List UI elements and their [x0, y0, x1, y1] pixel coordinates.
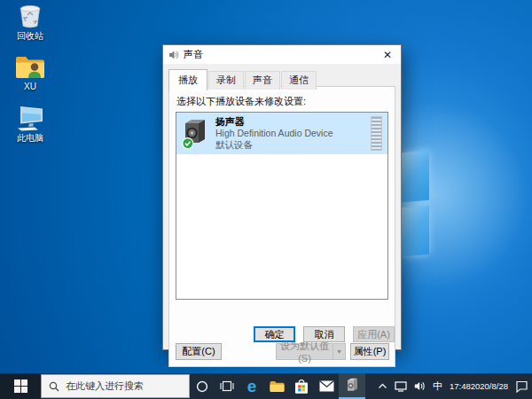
volume-level-meter: [371, 116, 382, 151]
this-pc-icon: [14, 105, 46, 131]
mail-icon: [319, 380, 334, 392]
desktop-icon-user-folder[interactable]: XU: [4, 55, 57, 91]
tab-recording[interactable]: 录制: [208, 71, 244, 90]
set-default-button[interactable]: 设为默认值(S): [276, 343, 332, 360]
clock[interactable]: 17:48 2020/8/28: [446, 373, 512, 399]
network-tray-button[interactable]: [391, 373, 411, 399]
edge-icon: e: [247, 378, 257, 395]
action-center-button[interactable]: [512, 373, 532, 399]
network-icon: [395, 381, 407, 392]
notification-icon: [515, 380, 528, 393]
dialog-buttons-row: 确定 取消 应用(A): [163, 326, 395, 342]
set-default-dropdown-icon[interactable]: ▼: [332, 343, 346, 360]
device-actions-row: 配置(C) 设为默认值(S) ▼ 属性(P): [176, 343, 389, 360]
instruction-text: 选择以下播放设备来修改设置:: [169, 87, 395, 113]
task-view-button[interactable]: [215, 373, 239, 399]
recycle-bin-icon: [17, 4, 43, 29]
file-explorer-icon: [270, 380, 285, 393]
device-description: High Definition Audio Device: [215, 128, 371, 139]
cancel-button[interactable]: 取消: [303, 326, 345, 342]
search-icon: [49, 381, 59, 392]
chevron-up-icon: [378, 383, 387, 389]
dialog-titlebar[interactable]: 声音 ✕: [163, 45, 401, 64]
task-view-icon: [220, 380, 234, 392]
desktop-icon-label: 此电脑: [17, 133, 43, 143]
file-explorer-button[interactable]: [264, 373, 289, 399]
dialog-tabs: 播放 录制 声音 通信: [163, 64, 401, 90]
set-default-split-button: 设为默认值(S) ▼: [276, 343, 346, 360]
speaker-device-icon: [180, 117, 210, 150]
desktop: 回收站 XU 此电脑 声音 ✕ 播放: [0, 0, 532, 399]
tab-communications[interactable]: 通信: [281, 71, 317, 90]
ok-button[interactable]: 确定: [254, 326, 295, 342]
edge-button[interactable]: e: [239, 373, 264, 399]
tab-playback[interactable]: 播放: [168, 69, 207, 90]
tab-sounds[interactable]: 声音: [245, 71, 280, 90]
close-icon[interactable]: ✕: [374, 45, 401, 64]
properties-button[interactable]: 属性(P): [350, 343, 389, 360]
sound-app-button[interactable]: [339, 373, 365, 399]
search-placeholder: 在此键入进行搜索: [66, 379, 144, 393]
store-button[interactable]: [289, 373, 314, 399]
taskbar: 在此键入进行搜索 e: [0, 373, 532, 399]
device-text: 扬声器 High Definition Audio Device 默认设备: [215, 116, 371, 152]
windows-logo-pane: [402, 206, 429, 257]
system-tray: 中 17:48 2020/8/28: [374, 373, 532, 399]
desktop-icon-label: 回收站: [17, 31, 43, 41]
dialog-title: 声音: [184, 48, 203, 61]
windows-start-icon: [14, 379, 27, 393]
desktop-icon-recycle-bin[interactable]: 回收站: [4, 4, 57, 41]
taskbar-search-input[interactable]: 在此键入进行搜索: [41, 374, 190, 398]
ime-indicator[interactable]: 中: [429, 373, 446, 399]
mail-button[interactable]: [314, 373, 339, 399]
sound-dialog: 声音 ✕ 播放 录制 声音 通信 选择以下播放设备来修改设置:: [162, 44, 402, 350]
volume-tray-button[interactable]: [411, 373, 429, 399]
sound-app-icon: [346, 378, 359, 393]
cortana-button[interactable]: [190, 373, 215, 399]
desktop-icon-this-pc[interactable]: 此电脑: [4, 105, 57, 143]
cortana-icon: [196, 380, 208, 393]
tray-expand-button[interactable]: [374, 373, 391, 399]
sound-dialog-icon: [168, 50, 179, 60]
playback-tab-panel: 选择以下播放设备来修改设置: 扬声器 Hig: [168, 86, 395, 367]
playback-device-list[interactable]: 扬声器 High Definition Audio Device 默认设备: [176, 112, 388, 300]
desktop-icon-label: XU: [24, 82, 36, 91]
clock-date: 2020/8/28: [471, 381, 508, 392]
user-folder-icon: [15, 55, 45, 80]
device-name: 扬声器: [215, 116, 371, 129]
store-icon: [294, 379, 309, 395]
device-status: 默认设备: [215, 139, 371, 151]
clock-time: 17:48: [450, 381, 471, 392]
volume-icon: [414, 381, 426, 391]
start-button[interactable]: [0, 373, 41, 399]
apply-button[interactable]: 应用(A): [353, 326, 395, 342]
configure-button[interactable]: 配置(C): [176, 343, 222, 360]
device-item-speakers[interactable]: 扬声器 High Definition Audio Device 默认设备: [176, 113, 387, 154]
windows-logo-pane: [402, 151, 429, 203]
